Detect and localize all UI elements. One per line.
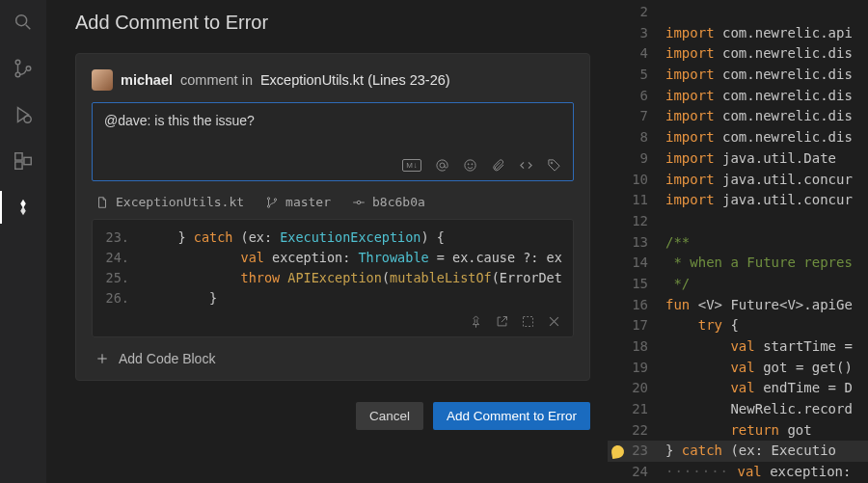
add-code-block[interactable]: Add Code Block xyxy=(92,337,574,366)
editor-code: val got = get() xyxy=(665,358,853,379)
extensions-icon[interactable] xyxy=(0,145,46,177)
editor-code: /** xyxy=(665,232,690,254)
file-icon xyxy=(95,196,109,209)
editor-line-number: 3 xyxy=(627,23,665,44)
editor-code: import com.newrelic.dis xyxy=(665,86,853,107)
meta-commit[interactable]: b8c6b0a xyxy=(352,195,425,209)
editor-code: import com.newrelic.dis xyxy=(665,43,853,65)
editor-line: 2 xyxy=(608,2,868,23)
code-icon[interactable] xyxy=(519,158,533,173)
svg-point-3 xyxy=(15,72,20,77)
select-icon[interactable] xyxy=(521,314,535,329)
editor-code: val endTime = D xyxy=(665,378,853,399)
mention-icon[interactable] xyxy=(435,158,449,173)
close-icon[interactable] xyxy=(547,314,561,329)
attachment-icon[interactable] xyxy=(491,158,505,173)
source-control-icon[interactable] xyxy=(0,52,46,85)
cancel-button[interactable]: Cancel xyxy=(356,402,423,430)
comment-card: michael comment in ExceptionUtils.kt (Li… xyxy=(75,53,590,381)
code-line: 23. } catch (ex: ExecutionException) { xyxy=(93,228,573,248)
code-block: 23. } catch (ex: ExecutionException) {24… xyxy=(92,219,574,337)
debug-icon[interactable] xyxy=(0,98,46,131)
editor-code: import com.newrelic.dis xyxy=(665,65,853,86)
pin-icon[interactable] xyxy=(469,314,483,329)
editor-line: 7import com.newrelic.dis xyxy=(608,106,868,127)
editor-code: import com.newrelic.api xyxy=(665,23,853,44)
add-code-block-label: Add Code Block xyxy=(119,351,215,366)
editor-code: ······· val exception: xyxy=(665,462,851,483)
editor-line: 9import java.util.Date xyxy=(608,148,868,170)
editor-line: 8import com.newrelic.dis xyxy=(608,127,868,148)
svg-point-0 xyxy=(16,15,27,26)
editor-line: 13/** xyxy=(608,232,868,254)
svg-point-18 xyxy=(357,201,361,204)
line-number: 23. xyxy=(93,228,147,248)
author-name: michael xyxy=(121,72,173,88)
open-external-icon[interactable] xyxy=(495,314,509,329)
svg-point-2 xyxy=(15,60,20,65)
footer: Cancel Add Comment to Error xyxy=(75,381,590,430)
code-block-tools xyxy=(93,309,573,331)
editor-line: 15 */ xyxy=(608,274,868,295)
code-line: 25. throw APIException(mutableListOf(Err… xyxy=(93,268,573,288)
plus-icon xyxy=(95,352,109,365)
svg-rect-22 xyxy=(524,316,533,326)
meta-branch[interactable]: master xyxy=(265,195,331,209)
lightbulb-icon[interactable] xyxy=(610,444,624,459)
editor-code: val startTime = xyxy=(665,336,853,358)
editor-line-number: 11 xyxy=(627,190,665,211)
svg-point-10 xyxy=(440,163,445,168)
editor-line-number: 7 xyxy=(627,106,665,127)
editor-line: 12 xyxy=(608,211,868,232)
editor-line-number: 18 xyxy=(627,336,665,358)
editor-line: 5import com.newrelic.dis xyxy=(608,65,868,86)
editor-line: 23} catch (ex: Executio xyxy=(608,441,868,462)
codestream-icon[interactable] xyxy=(0,191,46,224)
editor-code: fun <V> Future<V>.apiGe xyxy=(665,295,853,316)
code-content: } xyxy=(147,288,217,309)
meta-commit-label: b8c6b0a xyxy=(372,195,425,209)
editor-line-number: 14 xyxy=(627,253,665,274)
editor-line-number: 13 xyxy=(627,232,665,254)
search-icon[interactable] xyxy=(0,6,46,39)
emoji-icon[interactable] xyxy=(463,158,477,173)
editor-line: 14 * when a Future repres xyxy=(608,253,868,274)
editor-line-number: 12 xyxy=(627,211,665,232)
meta-file[interactable]: ExceptionUtils.kt xyxy=(95,195,244,209)
comment-box[interactable]: M↓ xyxy=(92,102,574,181)
svg-point-16 xyxy=(267,204,269,206)
line-number: 26. xyxy=(93,288,147,309)
editor-line: 24······· val exception: xyxy=(608,462,868,483)
editor-line-number: 16 xyxy=(627,295,665,316)
editor-line-number: 9 xyxy=(627,148,665,170)
editor-code: import java.util.concur xyxy=(665,170,853,191)
editor-line: 16fun <V> Future<V>.apiGe xyxy=(608,295,868,316)
editor-line-number: 19 xyxy=(627,358,665,379)
editor-code: */ xyxy=(665,274,690,295)
line-number: 25. xyxy=(93,268,147,288)
editor-line-number: 8 xyxy=(627,127,665,148)
code-content: throw APIException(mutableListOf(ErrorDe… xyxy=(147,268,562,288)
panel-title: Add Comment to Error xyxy=(75,0,590,53)
svg-line-1 xyxy=(26,25,31,30)
editor-line-number: 24 xyxy=(627,462,665,483)
comment-input[interactable] xyxy=(104,113,561,144)
svg-point-17 xyxy=(274,198,276,200)
branch-icon xyxy=(265,196,279,209)
submit-button[interactable]: Add Comment to Error xyxy=(433,402,590,430)
editor-code: } catch (ex: Executio xyxy=(665,441,836,462)
svg-rect-7 xyxy=(15,153,22,160)
gutter xyxy=(608,445,627,458)
editor-code: import com.newrelic.dis xyxy=(665,106,853,127)
svg-marker-5 xyxy=(18,108,29,122)
editor-line: 4import com.newrelic.dis xyxy=(608,43,868,65)
editor-pane[interactable]: 23import com.newrelic.api4import com.new… xyxy=(608,0,868,483)
line-number: 24. xyxy=(93,248,147,268)
avatar xyxy=(92,69,113,91)
tag-icon[interactable] xyxy=(547,158,561,173)
markdown-icon[interactable]: M↓ xyxy=(402,159,421,172)
editor-line-number: 5 xyxy=(627,65,665,86)
svg-rect-8 xyxy=(15,162,22,169)
editor-line-number: 23 xyxy=(627,441,665,462)
code-line: 26. } xyxy=(93,288,573,309)
